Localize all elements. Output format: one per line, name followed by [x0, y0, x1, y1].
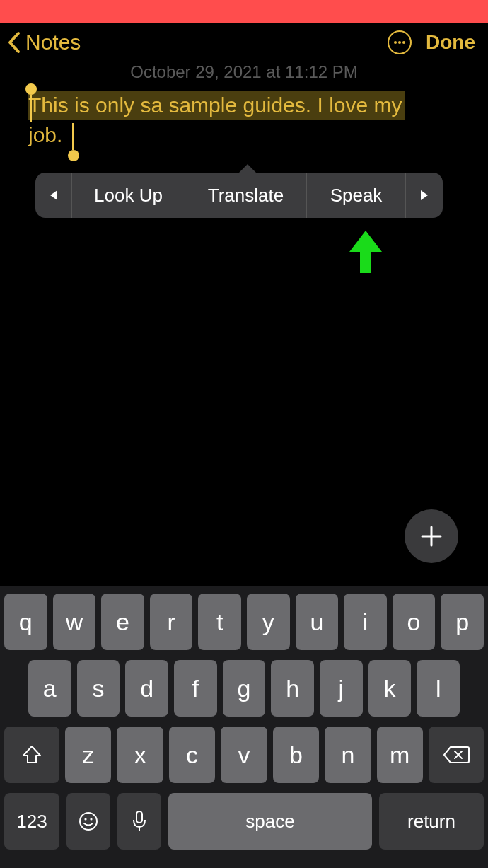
- key-f[interactable]: f: [174, 660, 217, 717]
- key-t[interactable]: t: [198, 594, 241, 650]
- key-u[interactable]: u: [296, 594, 339, 650]
- keyboard-row-3: z x c v b n m: [4, 727, 484, 783]
- chevron-left-icon: [7, 30, 21, 54]
- emoji-icon: [78, 811, 99, 832]
- key-shift[interactable]: [4, 727, 59, 783]
- back-button[interactable]: Notes: [7, 30, 81, 54]
- key-space[interactable]: space: [168, 793, 372, 850]
- selected-text-line1[interactable]: This is only sa sample guides. I love my: [28, 91, 405, 120]
- key-o[interactable]: o: [393, 594, 436, 650]
- keyboard-row-1: q w e r t y u i o p: [4, 594, 484, 650]
- context-menu: Look Up Translate Speak: [35, 173, 443, 218]
- note-body[interactable]: This is only sa sample guides. I love my…: [0, 91, 488, 150]
- note-timestamp: October 29, 2021 at 11:12 PM: [0, 62, 488, 82]
- selection-stem-end: [72, 123, 74, 150]
- key-a[interactable]: a: [28, 660, 71, 717]
- annotation-arrow: [348, 231, 383, 274]
- done-button[interactable]: Done: [426, 31, 475, 54]
- key-n[interactable]: n: [325, 727, 371, 783]
- key-mic[interactable]: [117, 793, 161, 850]
- key-r[interactable]: r: [150, 594, 193, 650]
- svg-marker-4: [421, 190, 428, 200]
- key-i[interactable]: i: [344, 594, 387, 650]
- svg-point-1: [398, 41, 401, 44]
- svg-marker-3: [50, 190, 57, 200]
- key-k[interactable]: k: [368, 660, 412, 717]
- key-c[interactable]: c: [169, 727, 215, 783]
- key-e[interactable]: e: [101, 594, 144, 650]
- key-q[interactable]: q: [4, 594, 47, 650]
- selection-handle-start[interactable]: [25, 83, 37, 95]
- key-m[interactable]: m: [377, 727, 423, 783]
- key-d[interactable]: d: [125, 660, 168, 717]
- selected-text-line2[interactable]: job.: [28, 120, 62, 150]
- mic-icon: [132, 810, 147, 833]
- keyboard-row-4: 123 space return: [4, 793, 484, 850]
- key-j[interactable]: j: [320, 660, 363, 717]
- triangle-left-icon: [49, 189, 59, 202]
- key-emoji[interactable]: [66, 793, 110, 850]
- arrow-up-icon: [348, 231, 383, 274]
- svg-point-12: [90, 818, 92, 820]
- context-menu-next[interactable]: [406, 173, 443, 218]
- back-label: Notes: [25, 30, 81, 54]
- keyboard-row-2: a s d f g h j k l: [4, 660, 484, 717]
- ellipsis-icon: [393, 40, 406, 45]
- key-backspace[interactable]: [429, 727, 484, 783]
- key-g[interactable]: g: [223, 660, 266, 717]
- triangle-right-icon: [419, 189, 429, 202]
- context-menu-prev[interactable]: [35, 173, 72, 218]
- key-h[interactable]: h: [271, 660, 314, 717]
- speak-button[interactable]: Speak: [307, 173, 406, 218]
- svg-point-2: [402, 41, 405, 44]
- key-return[interactable]: return: [379, 793, 484, 850]
- shift-icon: [21, 744, 42, 765]
- key-w[interactable]: w: [53, 594, 96, 650]
- translate-button[interactable]: Translate: [185, 173, 307, 218]
- status-bar: [0, 0, 488, 23]
- svg-rect-13: [136, 811, 142, 823]
- key-b[interactable]: b: [273, 727, 319, 783]
- selection-stem-start: [30, 95, 32, 122]
- svg-point-0: [394, 41, 397, 44]
- backspace-icon: [443, 745, 470, 765]
- lookup-button[interactable]: Look Up: [72, 173, 185, 218]
- key-l[interactable]: l: [417, 660, 460, 717]
- key-p[interactable]: p: [441, 594, 484, 650]
- more-button[interactable]: [388, 30, 412, 54]
- svg-marker-5: [349, 231, 382, 273]
- key-z[interactable]: z: [65, 727, 111, 783]
- keyboard: q w e r t y u i o p a s d f g h j k l z …: [0, 586, 488, 868]
- plus-icon: [419, 524, 443, 548]
- key-y[interactable]: y: [247, 594, 290, 650]
- popover-arrow-icon: [238, 164, 257, 174]
- key-x[interactable]: x: [117, 727, 163, 783]
- selection-handle-end[interactable]: [68, 150, 79, 161]
- svg-point-10: [80, 813, 97, 830]
- key-s[interactable]: s: [77, 660, 120, 717]
- svg-point-11: [84, 818, 86, 820]
- key-123[interactable]: 123: [4, 793, 59, 850]
- add-button[interactable]: [405, 509, 458, 563]
- nav-bar: Notes Done: [0, 23, 488, 62]
- key-v[interactable]: v: [221, 727, 267, 783]
